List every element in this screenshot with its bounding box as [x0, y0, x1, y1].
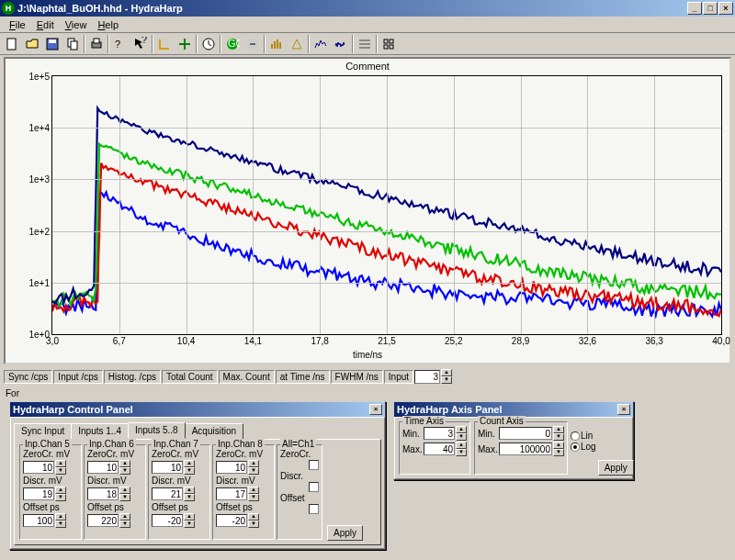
- minimize-button[interactable]: _: [687, 2, 702, 15]
- ch6-discr-field[interactable]: [87, 487, 119, 500]
- ch6-discr-spinner[interactable]: ▲▼: [119, 487, 130, 501]
- control-panel-titlebar[interactable]: HydraHarp Control Panel ×: [10, 402, 385, 417]
- time-max-field[interactable]: [424, 442, 455, 455]
- ch7-offset-spinner[interactable]: ▲▼: [184, 513, 195, 528]
- tab-sync-input[interactable]: Sync Input: [14, 423, 72, 440]
- x-tick: 36,3: [645, 334, 662, 346]
- new-icon[interactable]: [2, 34, 22, 53]
- time-max-spinner[interactable]: ▲▼: [456, 442, 467, 456]
- log-label: Log: [581, 442, 596, 452]
- copy-icon[interactable]: [62, 34, 83, 53]
- formats-label: For: [0, 386, 735, 400]
- ch5-offset-field[interactable]: [23, 514, 54, 527]
- crosshair-icon[interactable]: [175, 34, 195, 53]
- ch5-discr-spinner[interactable]: ▲▼: [55, 487, 66, 501]
- svg-text:?: ?: [115, 39, 120, 50]
- help-arrow-icon[interactable]: ?: [130, 34, 151, 53]
- ch6-zero-spinner[interactable]: ▲▼: [119, 460, 130, 475]
- x-tick: 25,2: [445, 334, 462, 346]
- tab-inputs-5-8[interactable]: Inputs 5..8: [128, 422, 186, 439]
- context-help-icon[interactable]: ?: [110, 34, 130, 53]
- grid-icon[interactable]: [379, 34, 399, 53]
- channel-group-8: Inp.Chan 8 ZeroCr. mV ▲▼ Discr. mV ▲▼ Of…: [212, 444, 275, 540]
- axis-icon[interactable]: [154, 34, 175, 53]
- svg-rect-22: [390, 39, 393, 43]
- menu-view[interactable]: View: [60, 18, 93, 31]
- menu-edit[interactable]: Edit: [31, 18, 60, 31]
- all-offset-checkbox[interactable]: [309, 504, 319, 514]
- all-discr-checkbox[interactable]: [309, 482, 319, 492]
- tab-inputs-1-4[interactable]: Inputs 1..4: [71, 423, 129, 440]
- ch7-zero-spinner[interactable]: ▲▼: [184, 460, 195, 475]
- count-min-field[interactable]: [499, 427, 552, 440]
- bars-icon[interactable]: [266, 34, 287, 53]
- input-channel-spinner[interactable]: ▲▼: [441, 369, 452, 384]
- count-min-spinner[interactable]: ▲▼: [553, 426, 564, 441]
- open-icon[interactable]: [22, 34, 42, 53]
- svg-rect-4: [71, 41, 77, 50]
- all-discr-label: Discr.: [280, 471, 303, 481]
- time-max-label: Max.: [402, 444, 423, 454]
- svg-rect-19: [359, 43, 370, 45]
- hist-noise-icon[interactable]: [331, 34, 351, 53]
- count-max-field[interactable]: [499, 442, 552, 455]
- ch7-offset-field[interactable]: [152, 514, 183, 527]
- svg-rect-20: [359, 47, 370, 49]
- all-zero-checkbox[interactable]: [309, 460, 319, 470]
- go-icon[interactable]: GO: [222, 34, 243, 53]
- control-panel-title: HydraHarp Control Panel: [13, 404, 369, 415]
- hist-lines-icon[interactable]: [311, 34, 331, 53]
- x-tick: 28,9: [512, 334, 529, 346]
- hist-triangle-icon[interactable]: [287, 34, 307, 53]
- ch6-offset-field[interactable]: [87, 514, 119, 527]
- all-group-title: All=Ch1: [280, 439, 316, 449]
- ch8-zero-field[interactable]: [216, 461, 247, 474]
- control-apply-button[interactable]: Apply: [327, 525, 363, 541]
- control-panel-close-icon[interactable]: ×: [369, 404, 382, 415]
- stop-icon[interactable]: [243, 34, 263, 53]
- axis-apply-button[interactable]: Apply: [598, 460, 634, 476]
- ch8-zero-spinner[interactable]: ▲▼: [248, 460, 259, 475]
- tab-acquisition[interactable]: Acquisition: [185, 423, 243, 440]
- axis-panel-titlebar[interactable]: HydraHarp Axis Panel ×: [394, 402, 633, 417]
- lin-label: Lin: [581, 431, 593, 441]
- lin-radio[interactable]: [571, 431, 580, 441]
- print-icon[interactable]: [86, 34, 107, 53]
- y-tick: 1e+4: [28, 123, 52, 133]
- ch5-discr-field[interactable]: [23, 487, 54, 500]
- ch8-offset-field[interactable]: [216, 514, 247, 527]
- axis-panel-close-icon[interactable]: ×: [617, 404, 630, 415]
- ch5-zero-field[interactable]: [23, 461, 54, 474]
- ch5-zero-spinner[interactable]: ▲▼: [55, 460, 66, 475]
- ch7-discr-spinner[interactable]: ▲▼: [184, 487, 195, 501]
- close-button[interactable]: ×: [718, 2, 733, 15]
- save-icon[interactable]: [42, 34, 62, 53]
- ch8-offset-spinner[interactable]: ▲▼: [248, 513, 259, 528]
- time-min-spinner[interactable]: ▲▼: [456, 426, 467, 441]
- ch5-offset-spinner[interactable]: ▲▼: [55, 513, 66, 528]
- clock-icon[interactable]: [198, 34, 219, 53]
- x-tick: 14,1: [244, 334, 262, 346]
- ch7-discr-field[interactable]: [152, 487, 183, 500]
- ch7-zero-field[interactable]: [152, 461, 183, 474]
- time-min-field[interactable]: [424, 427, 455, 440]
- svg-text:GO: GO: [228, 38, 240, 49]
- x-tick: 3,0: [46, 334, 59, 346]
- chart-plot[interactable]: 1e+01e+11e+21e+31e+41e+53,06,710,414,117…: [51, 75, 722, 335]
- ch6-offset-spinner[interactable]: ▲▼: [119, 513, 130, 528]
- x-tick: 40,0: [712, 334, 729, 346]
- input-channel-field[interactable]: [414, 370, 440, 384]
- x-tick: 10,4: [177, 334, 195, 346]
- ch6-zero-field[interactable]: [87, 461, 119, 474]
- ch8-discr-field[interactable]: [216, 487, 247, 500]
- status-inputch: Input: [384, 370, 413, 384]
- maximize-button[interactable]: □: [703, 2, 718, 15]
- menu-file[interactable]: File: [4, 18, 31, 31]
- channel-group-7: Inp.Chan 7 ZeroCr. mV ▲▼ Discr. mV ▲▼ Of…: [148, 444, 210, 540]
- levels-icon[interactable]: [355, 34, 375, 53]
- menu-help[interactable]: Help: [92, 18, 124, 31]
- log-radio[interactable]: [571, 442, 580, 452]
- ch8-discr-spinner[interactable]: ▲▼: [248, 487, 259, 501]
- count-max-spinner[interactable]: ▲▼: [553, 442, 564, 456]
- y-tick: 1e+2: [28, 226, 52, 236]
